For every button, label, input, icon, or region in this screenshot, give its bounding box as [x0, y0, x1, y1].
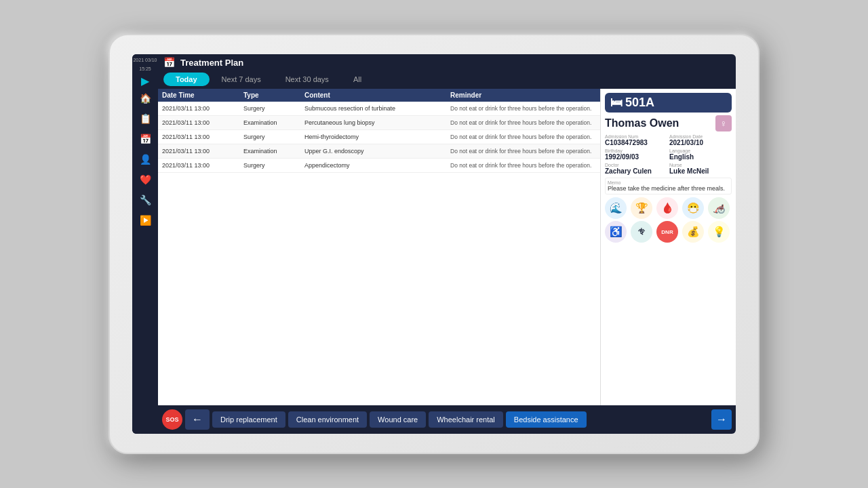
table-row: 2021/03/11 13:00 Examination Percutaneou…: [158, 116, 600, 130]
row1-datetime: 2021/03/11 13:00: [162, 105, 243, 112]
table-header: Date Time Type Content Reminder: [158, 89, 600, 102]
tablet-screen: 2021 03/10 15:25 ▶ 🏠 📋 📅 👤 ❤️ 🔧 ▶️ 📅 Tre…: [132, 54, 736, 434]
next-arrow-button[interactable]: →: [711, 409, 732, 430]
admission-date-label: Admission Date: [669, 134, 732, 139]
row4-datetime: 2021/03/11 13:00: [162, 148, 243, 155]
patient-info-grid: Admission Num C1038472983 Admission Date…: [605, 134, 732, 175]
tab-row: Today Next 7 days Next 30 days All: [158, 70, 736, 89]
language-value: English: [669, 153, 732, 161]
table-row: 2021/03/11 13:00 Surgery Hemi-thyroidect…: [158, 130, 600, 144]
bottom-service-bar: SOS ← Drip replacement Clean environment…: [158, 405, 736, 434]
award-icon[interactable]: 🏆: [631, 197, 652, 219]
doctor-value: Zachary Culen: [605, 167, 667, 175]
sidebar-tools-icon[interactable]: 🔧: [136, 190, 155, 209]
language-cell: Language English: [669, 148, 732, 161]
header-row: 📅 Treatment Plan: [158, 54, 736, 70]
sidebar-user-icon[interactable]: 👤: [136, 150, 155, 169]
col-reminder: Reminder: [450, 92, 596, 99]
row5-reminder: Do not eat or drink for three hours befo…: [450, 162, 596, 169]
sidebar-home-icon[interactable]: 🏠: [136, 89, 155, 108]
row1-content: Submucous resection of turbinate: [304, 105, 450, 112]
sidebar-play-icon[interactable]: ▶️: [136, 211, 155, 230]
wheelchair-rental-button[interactable]: Wheelchair rental: [429, 411, 503, 428]
row4-content: Upper G.I. endoscopy: [304, 148, 450, 155]
birthday-label: Birthday: [605, 148, 667, 153]
tablet-device: 2021 03/10 15:25 ▶ 🏠 📋 📅 👤 ❤️ 🔧 ▶️ 📅 Tre…: [108, 34, 760, 454]
row3-reminder: Do not eat or drink for three hours befo…: [450, 134, 596, 140]
sidebar-heart-icon[interactable]: ❤️: [136, 170, 155, 189]
col-content: Content: [304, 92, 450, 99]
admission-date-value: 2021/03/10: [669, 139, 732, 146]
content-split: Date Time Type Content Reminder 2021/03/…: [158, 89, 736, 405]
patient-name-row: Thomas Owen ♀: [605, 115, 732, 131]
nurse-value: Luke McNeil: [669, 167, 732, 175]
tab-all[interactable]: All: [341, 73, 374, 86]
language-label: Language: [669, 148, 732, 153]
room-number: 501A: [625, 96, 654, 110]
admission-num-label: Admission Num: [605, 134, 667, 139]
birthday-cell: Birthday 1992/09/03: [605, 148, 667, 161]
row3-datetime: 2021/03/11 13:00: [162, 134, 243, 140]
info-icon[interactable]: 💡: [708, 221, 730, 243]
treatment-table: Date Time Type Content Reminder 2021/03/…: [158, 89, 600, 405]
bed-icon: 🛏: [610, 96, 623, 110]
nurse-cell: Nurse Luke McNeil: [669, 163, 732, 175]
table-row: 2021/03/11 13:00 Surgery Appendicectomy …: [158, 159, 600, 173]
sidebar-calendar-icon[interactable]: 📅: [136, 129, 155, 148]
row2-datetime: 2021/03/11 13:00: [162, 119, 243, 126]
drip-replacement-button[interactable]: Drip replacement: [212, 411, 285, 428]
admission-num-value: C1038472983: [605, 139, 667, 146]
page-title: Treatment Plan: [180, 58, 243, 68]
patient-panel: 🛏 501A Thomas Owen ♀ Admission Num: [600, 89, 736, 405]
gender-icon: ♀: [715, 115, 732, 131]
bedside-assistance-button[interactable]: Bedside assistance: [506, 411, 587, 428]
tab-7days[interactable]: Next 7 days: [210, 73, 273, 86]
admission-date-cell: Admission Date 2021/03/10: [669, 134, 732, 146]
row5-type: Surgery: [243, 162, 304, 169]
nurse-label: Nurse: [669, 163, 732, 167]
back-button[interactable]: ←: [185, 409, 210, 430]
memo-text: Please take the medicine after three mea…: [608, 185, 729, 192]
admission-num-cell: Admission Num C1038472983: [605, 134, 667, 146]
row1-type: Surgery: [243, 105, 304, 112]
table-row: 2021/03/11 13:00 Examination Upper G.I. …: [158, 144, 600, 159]
fall-risk-icon[interactable]: 🌊: [605, 197, 627, 219]
wheelchair-icon[interactable]: 🦽: [708, 197, 730, 219]
disabled-icon[interactable]: ♿: [605, 221, 627, 243]
row1-reminder: Do not eat or drink for three hours befo…: [450, 105, 596, 112]
row5-datetime: 2021/03/11 13:00: [162, 162, 243, 169]
row2-reminder: Do not eat or drink for three hours befo…: [450, 119, 596, 126]
clean-environment-button[interactable]: Clean environment: [288, 411, 367, 428]
mask-icon[interactable]: 😷: [682, 197, 704, 219]
calendar-icon: 📅: [163, 57, 175, 68]
row4-reminder: Do not eat or drink for three hours befo…: [450, 148, 596, 155]
row2-type: Examination: [243, 119, 304, 126]
blood-icon[interactable]: 🩸: [656, 197, 678, 219]
sidebar-list-icon[interactable]: 📋: [136, 109, 155, 128]
tab-30days[interactable]: Next 30 days: [273, 73, 341, 86]
main-content: 📅 Treatment Plan Today Next 7 days Next …: [158, 54, 736, 434]
dnr-icon[interactable]: DNR: [656, 221, 678, 243]
memo-box: Memo Please take the medicine after thre…: [605, 178, 732, 195]
tab-today[interactable]: Today: [163, 73, 210, 86]
date-time: 2021 03/10: [133, 57, 157, 63]
table-row: 2021/03/11 13:00 Surgery Submucous resec…: [158, 102, 600, 116]
clock: 15:25: [139, 66, 151, 72]
doctor-label: Doctor: [605, 163, 667, 167]
row2-content: Percutaneous lung biopsy: [304, 119, 450, 126]
doctor-cell: Doctor Zachary Culen: [605, 163, 667, 175]
wound-care-button[interactable]: Wound care: [370, 411, 426, 428]
birthday-value: 1992/09/03: [605, 153, 667, 161]
patient-name: Thomas Owen: [605, 117, 679, 129]
medical-icon[interactable]: 专: [631, 221, 652, 243]
memo-label: Memo: [608, 180, 729, 185]
sidebar: 2021 03/10 15:25 ▶ 🏠 📋 📅 👤 ❤️ 🔧 ▶️: [132, 54, 158, 434]
col-datetime: Date Time: [162, 92, 243, 99]
payment-icon[interactable]: 💰: [682, 221, 704, 243]
row3-type: Surgery: [243, 134, 304, 140]
expand-icon[interactable]: ▶: [141, 75, 149, 87]
room-badge: 🛏 501A: [605, 93, 732, 113]
row3-content: Hemi-thyroidectomy: [304, 134, 450, 140]
sos-button[interactable]: SOS: [162, 409, 182, 430]
gender-symbol: ♀: [720, 118, 728, 129]
